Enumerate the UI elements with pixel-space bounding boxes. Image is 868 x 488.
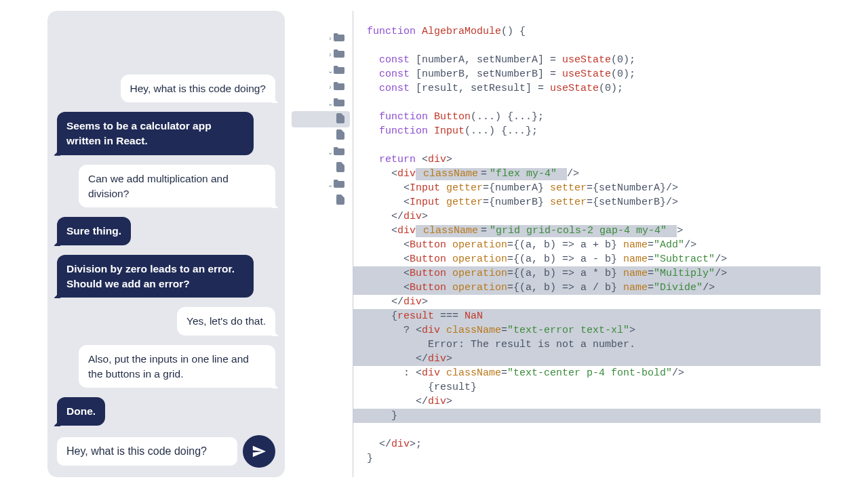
- code-line: const [numberB, setNumberB] = useState(0…: [353, 67, 821, 81]
- code-line: ? <div className="text-error text-xl">: [353, 323, 821, 338]
- code-line: function Input(...) {...};: [353, 124, 821, 138]
- folder-icon: [334, 33, 344, 43]
- folder-item[interactable]: ⌄: [292, 144, 350, 160]
- chevron-down-icon: ⌄: [327, 67, 334, 75]
- folder-icon: [334, 179, 344, 190]
- code-line: <div className="flex my-4" />: [353, 167, 821, 181]
- folder-icon: [334, 98, 344, 108]
- file-icon: [336, 113, 344, 125]
- chat-message-user: Hey, what is this code doing?: [121, 75, 275, 103]
- code-line: <Input getter={numberB} setter={setNumbe…: [353, 195, 821, 209]
- file-item[interactable]: [292, 192, 350, 209]
- code-line: return <div>: [353, 152, 821, 167]
- code-line: const [numberA, setNumberA] = useState(0…: [353, 53, 821, 67]
- code-line: }: [353, 409, 821, 423]
- folder-item[interactable]: ›: [292, 46, 350, 62]
- code-line: {result}: [353, 380, 821, 394]
- chat-message-assistant: Sure thing.: [57, 217, 131, 245]
- folder-item[interactable]: ⌄: [292, 95, 350, 111]
- chevron-right-icon: ›: [327, 51, 334, 58]
- chevron-down-icon: ⌄: [327, 100, 334, 107]
- folder-icon: [334, 65, 344, 76]
- file-tree-panel: ››⌄›⌄⌄⌄: [289, 11, 353, 477]
- code-line: <Button operation={(a, b) => a - b} name…: [353, 252, 821, 266]
- code-line: }: [353, 451, 821, 466]
- chevron-right-icon: ›: [327, 83, 334, 91]
- chat-input-row: [57, 435, 275, 468]
- chevron-right-icon: ›: [327, 35, 334, 42]
- chat-message-assistant: Seems to be a calculator app written in …: [57, 112, 254, 155]
- code-line: {result === NaN: [353, 309, 821, 323]
- code-line: </div>: [353, 295, 821, 309]
- file-icon: [336, 195, 344, 207]
- chat-message-assistant: Division by zero leads to an error. Shou…: [57, 255, 254, 298]
- code-editor[interactable]: function AlgebraModule() { const [number…: [353, 11, 821, 477]
- chat-message-user: Can we add multiplication and division?: [79, 165, 275, 207]
- code-line: [353, 39, 821, 53]
- chevron-down-icon: ⌄: [327, 181, 334, 188]
- code-line: </div>: [353, 394, 821, 409]
- code-line: <Button operation={(a, b) => a + b} name…: [353, 238, 821, 252]
- file-icon: [336, 162, 344, 174]
- code-line: <div className="grid grid-cols-2 gap-4 m…: [353, 224, 821, 238]
- chat-input[interactable]: [57, 437, 237, 466]
- code-line: <Button operation={(a, b) => a / b} name…: [353, 281, 821, 295]
- folder-item[interactable]: ⌄: [292, 176, 350, 192]
- code-line: function AlgebraModule() {: [353, 24, 821, 39]
- file-item[interactable]: [292, 127, 350, 144]
- code-line: const [result, setResult] = useState(0);: [353, 81, 821, 96]
- file-icon: [336, 129, 344, 142]
- folder-icon: [334, 81, 344, 92]
- chat-messages: Hey, what is this code doing?Seems to be…: [57, 23, 275, 431]
- chat-panel: Hey, what is this code doing?Seems to be…: [47, 11, 285, 477]
- file-item[interactable]: [292, 111, 350, 127]
- send-icon: [252, 444, 267, 459]
- code-line: : <div className="text-center p-4 font-b…: [353, 366, 821, 380]
- code-line: [353, 423, 821, 437]
- folder-item[interactable]: ›: [292, 30, 350, 46]
- code-line: Error: The result is not a number.: [353, 338, 821, 352]
- file-item[interactable]: [292, 160, 350, 176]
- code-line: <Button operation={(a, b) => a * b} name…: [353, 266, 821, 281]
- folder-icon: [334, 49, 344, 60]
- chat-message-user: Also, put the inputs in one line and the…: [79, 345, 275, 388]
- code-line: </div>: [353, 209, 821, 224]
- code-line: </div>;: [353, 437, 821, 451]
- code-line: </div>: [353, 352, 821, 366]
- app-root: Hey, what is this code doing?Seems to be…: [47, 11, 821, 477]
- code-line: <Input getter={numberA} setter={setNumbe…: [353, 181, 821, 195]
- folder-item[interactable]: ›: [292, 79, 350, 95]
- code-line: [353, 96, 821, 110]
- folder-icon: [334, 146, 344, 157]
- folder-item[interactable]: ⌄: [292, 62, 350, 79]
- chat-message-assistant: Done.: [57, 397, 105, 426]
- chevron-down-icon: ⌄: [327, 148, 334, 156]
- code-line: [353, 138, 821, 152]
- code-line: function Button(...) {...};: [353, 110, 821, 124]
- send-button[interactable]: [243, 435, 275, 468]
- chat-message-user: Yes, let's do that.: [177, 307, 275, 336]
